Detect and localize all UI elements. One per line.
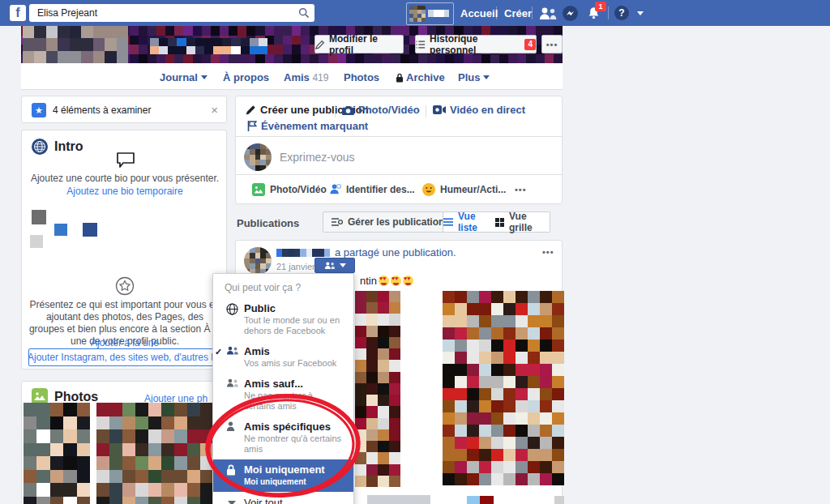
intro-title: Intro	[54, 139, 83, 154]
composer-tabs: Créer une publication Photo/Vidéo Vidéo …	[236, 96, 562, 137]
manage-posts-label: Gérer les publications	[348, 216, 450, 228]
action-photo-video[interactable]: Photo/Vidéo	[252, 183, 327, 196]
add-featured-link[interactable]: Ajouter à la une	[28, 337, 221, 348]
privacy-see-all[interactable]: Voir tout	[213, 492, 353, 504]
review-items-card: ★ 4 éléments à examiner ×	[21, 96, 227, 123]
search-icon[interactable]	[298, 7, 310, 19]
privacy-option-specific-friends[interactable]: Amis spécifiques Ne montrer qu'à certain…	[213, 416, 353, 459]
activity-log-button[interactable]: Historique personnel 4	[415, 35, 537, 53]
action-tag-friends[interactable]: Identifier des...	[329, 183, 415, 195]
friends-count: 419	[312, 72, 328, 83]
speech-bubble-icon	[116, 152, 135, 169]
profile-picture-pixelated[interactable]	[23, 26, 128, 63]
notification-badge: 1	[595, 2, 606, 11]
friends-minus-icon	[226, 378, 241, 387]
divider	[608, 6, 609, 19]
post-text-fragment: ntin	[360, 275, 413, 287]
avatar[interactable]	[409, 6, 426, 22]
add-links-button[interactable]: + Ajouter Instagram, des sites web, d'au…	[28, 348, 221, 366]
intro-card: Intro Ajoutez une courte bio pour vous p…	[21, 130, 227, 369]
lock-icon	[226, 464, 241, 476]
grid-view-button[interactable]: Vue grille	[495, 211, 550, 233]
privacy-option-friends-except[interactable]: Amis sauf... Ne pas montrer à certains a…	[213, 374, 353, 416]
tab-live-video[interactable]: Vidéo en direct	[433, 104, 525, 116]
link-preview-pixelated	[367, 495, 430, 504]
post-privacy-selector[interactable]	[314, 258, 355, 273]
heart-eyes-emoji	[403, 275, 413, 286]
chevron-down-icon	[483, 75, 490, 79]
help-icon[interactable]: ?	[614, 6, 629, 20]
heart-eyes-emoji	[391, 275, 401, 286]
composer-placeholder[interactable]: Exprimez-vous	[280, 151, 355, 164]
edit-profile-label: Modifier le profil	[329, 33, 403, 56]
friends-icon	[226, 346, 241, 355]
avatar[interactable]	[244, 247, 272, 275]
chevron-down-icon	[340, 263, 346, 267]
bio-hint: Ajoutez une courte bio pour vous présent…	[28, 173, 221, 184]
facebook-logo[interactable]: f	[10, 5, 26, 21]
divider	[496, 6, 497, 19]
avatar[interactable]	[244, 143, 272, 171]
privacy-dropdown-menu: Qui peut voir ça ? Public Tout le monde …	[212, 273, 354, 504]
nav-home[interactable]: Accueil	[460, 7, 498, 19]
chevron-down-icon	[228, 501, 236, 504]
photo-thumbnail[interactable]	[24, 403, 90, 504]
tab-friends[interactable]: Amis 419	[284, 71, 328, 83]
search-input[interactable]	[36, 6, 298, 19]
camera-icon	[342, 105, 354, 115]
tab-journal[interactable]: Journal	[160, 71, 208, 83]
list-view-icon	[443, 218, 453, 226]
post-shared-label[interactable]: a partagé une publication.	[335, 246, 456, 258]
close-icon[interactable]: ×	[211, 103, 218, 117]
post-image[interactable]	[355, 291, 400, 487]
messenger-icon[interactable]	[563, 6, 578, 21]
post-more-button[interactable]: •••	[542, 247, 554, 257]
account-shortcut[interactable]	[406, 2, 454, 25]
cover-more-button[interactable]: •••	[541, 35, 563, 53]
composer-card: Créer une publication Photo/Vidéo Vidéo …	[235, 96, 563, 204]
facebook-profile-page: f Accueil Créer 1 ?	[0, 0, 830, 504]
photos-card: Photos Ajouter une ph	[21, 381, 227, 504]
photo-icon	[252, 183, 265, 196]
post-author-pixelated	[276, 249, 330, 257]
publications-title: Publications	[237, 217, 299, 229]
lock-icon	[396, 73, 404, 83]
friend-requests-icon[interactable]	[538, 7, 558, 19]
featured-pixel-block	[54, 224, 67, 236]
account-name-pixelated	[428, 10, 449, 17]
tab-photo-video[interactable]: Photo/Vidéo	[342, 104, 420, 116]
nav-create[interactable]: Créer	[504, 7, 532, 19]
divider	[335, 105, 336, 117]
video-camera-icon	[433, 105, 446, 114]
person-icon	[226, 421, 241, 431]
action-feeling-activity[interactable]: Humeur/Acti...	[422, 183, 506, 196]
grid-view-label: Vue grille	[509, 211, 550, 233]
privacy-option-friends[interactable]: ✓ Amis Vos amis sur Facebook	[213, 341, 353, 374]
tab-photos[interactable]: Photos	[344, 71, 379, 83]
list-view-button[interactable]: Vue liste	[443, 211, 496, 233]
tab-more[interactable]: Plus	[458, 71, 490, 83]
tab-life-event[interactable]: Évènement marquant	[247, 120, 368, 132]
tab-archive[interactable]: Archive	[396, 71, 445, 83]
photo-thumbnail[interactable]	[96, 403, 226, 504]
profile-tabs-bar: Journal À propos Amis 419 Photos Archive…	[21, 63, 563, 90]
post-image[interactable]	[443, 291, 564, 485]
privacy-option-only-me[interactable]: Moi uniquement Moi uniquement	[213, 459, 353, 492]
star-badge-icon: ★	[32, 103, 46, 117]
heart-eyes-emoji	[379, 275, 389, 286]
edit-profile-button[interactable]: Modifier le profil	[314, 35, 404, 53]
add-temporary-bio-link[interactable]: Ajoutez une bio temporaire	[28, 186, 221, 197]
manage-posts-button[interactable]: Gérer les publications	[323, 211, 459, 233]
profile-name-pixelated	[150, 38, 267, 54]
check-icon: ✓	[215, 347, 222, 357]
featured-pixel-block	[30, 235, 43, 248]
review-items-label: 4 éléments à examiner	[53, 105, 151, 116]
smiley-icon	[422, 183, 435, 196]
featured-star-icon	[115, 276, 135, 296]
account-menu-caret-icon[interactable]	[637, 11, 644, 15]
privacy-option-public[interactable]: Public Tout le monde sur ou en dehors de…	[213, 298, 353, 341]
composer-more-button[interactable]: •••	[515, 185, 527, 194]
tab-about[interactable]: À propos	[223, 71, 269, 83]
top-navigation-bar: f Accueil Créer 1 ?	[0, 0, 830, 26]
link-preview-pixelated	[554, 496, 564, 504]
